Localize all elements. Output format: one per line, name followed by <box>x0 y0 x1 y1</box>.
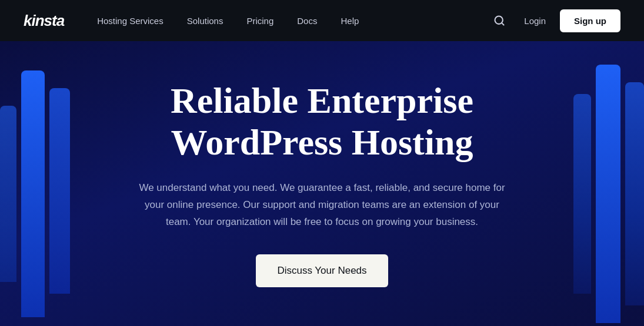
left-column-decoration <box>0 41 70 326</box>
hero-section: Reliable Enterprise WordPress Hosting We… <box>0 41 644 326</box>
cta-button[interactable]: Discuss Your Needs <box>256 254 388 287</box>
logo[interactable]: kinsta <box>24 12 64 30</box>
navbar: kinsta Hosting Services Solutions Pricin… <box>0 0 644 41</box>
nav-help[interactable]: Help <box>331 11 368 31</box>
search-button[interactable] <box>489 10 510 31</box>
left-col-1 <box>0 106 16 282</box>
right-col-3 <box>625 82 644 305</box>
login-button[interactable]: Login <box>517 11 553 31</box>
hero-title-line1: Reliable Enterprise <box>171 80 473 120</box>
nav-docs[interactable]: Docs <box>288 11 326 31</box>
search-icon <box>493 15 505 26</box>
hero-subtitle: We understand what you need. We guarante… <box>134 180 510 231</box>
svg-line-1 <box>502 23 504 25</box>
logo-text: kinsta <box>24 12 64 29</box>
right-col-1 <box>573 94 591 294</box>
right-column-decoration <box>573 41 644 326</box>
nav-hosting-services[interactable]: Hosting Services <box>88 11 173 31</box>
left-col-3 <box>49 88 70 294</box>
nav-solutions[interactable]: Solutions <box>178 11 233 31</box>
signup-button[interactable]: Sign up <box>560 9 620 32</box>
hero-title-line2: WordPress Hosting <box>171 122 473 162</box>
right-col-2 <box>596 65 620 323</box>
main-nav: Hosting Services Solutions Pricing Docs … <box>88 11 489 31</box>
left-col-2 <box>21 70 45 317</box>
nav-actions: Login Sign up <box>489 9 620 32</box>
nav-pricing[interactable]: Pricing <box>237 11 283 31</box>
hero-title: Reliable Enterprise WordPress Hosting <box>171 80 473 164</box>
